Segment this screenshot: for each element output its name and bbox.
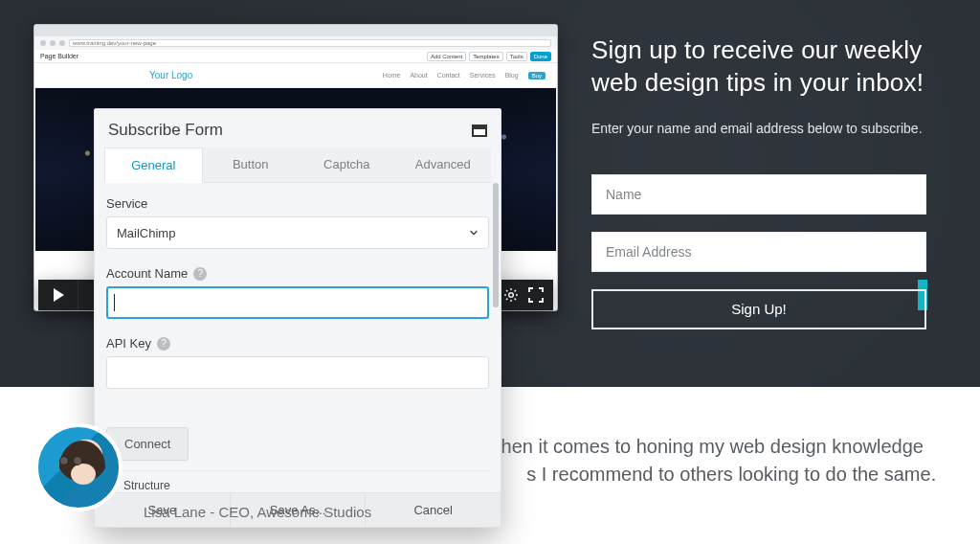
quote-line-2: s I recommend to others looking to do th… <box>526 464 936 485</box>
tab-captcha[interactable]: Captcha <box>299 147 395 182</box>
svg-point-0 <box>509 293 514 298</box>
site-nav: Your Logo Home About Contact Services Bl… <box>34 63 557 88</box>
avatar <box>34 423 122 511</box>
testimonial-quote: XXXXXXXXXXXXXXXXXXXXXXXXXXXXhen it comes… <box>144 433 942 488</box>
modal-scrollbar[interactable] <box>493 183 499 307</box>
page-builder-label: Page Builder <box>40 53 78 59</box>
signup-button-label: Sign Up! <box>731 301 787 317</box>
api-key-label: API Key <box>106 336 151 351</box>
tab-general[interactable]: General <box>104 147 203 183</box>
testimonial-cite: Lisa Lane - CEO, Awesome Studios <box>144 504 942 520</box>
toolbar-add-content[interactable]: Add Content <box>427 52 466 61</box>
tab-advanced[interactable]: Advanced <box>395 147 492 182</box>
modal-tabs: General Button Captcha Advanced <box>104 147 491 183</box>
service-value: MailChimp <box>117 226 175 240</box>
nav-about[interactable]: About <box>410 72 427 79</box>
testimonial: XXXXXXXXXXXXXXXXXXXXXXXXXXXXhen it comes… <box>144 433 942 520</box>
settings-icon[interactable] <box>503 287 519 303</box>
browser-url: www.training.dev/your-new-page <box>69 39 551 47</box>
nav-services[interactable]: Services <box>470 72 496 79</box>
toolbar-done[interactable]: Done <box>530 52 551 61</box>
tab-button[interactable]: Button <box>203 147 300 182</box>
browser-tab-strip <box>34 25 557 36</box>
window-icon[interactable] <box>472 125 487 137</box>
email-placeholder: Email Address <box>606 244 691 260</box>
signup-button[interactable]: Sign Up! <box>591 289 926 329</box>
nav-contact[interactable]: Contact <box>437 72 460 79</box>
help-icon[interactable]: ? <box>193 267 207 281</box>
page-builder-toolbar: Page Builder Add Content Templates Tools… <box>34 50 557 63</box>
chevron-down-icon <box>469 228 479 238</box>
service-select[interactable]: MailChimp <box>106 216 489 249</box>
help-icon[interactable]: ? <box>157 337 170 351</box>
site-logo[interactable]: Your Logo <box>149 70 192 80</box>
nav-home[interactable]: Home <box>383 72 401 79</box>
api-key-input[interactable] <box>106 356 489 389</box>
quote-line-1: hen it comes to honing my web design kno… <box>501 436 924 457</box>
avatar-glasses <box>59 456 94 465</box>
nav-blog[interactable]: Blog <box>505 72 519 79</box>
fullscreen-icon[interactable] <box>528 287 544 303</box>
browser-address-bar: www.training.dev/your-new-page <box>34 36 557 50</box>
account-name-label: Account Name <box>106 266 188 281</box>
modal-title: Subscribe Form <box>108 121 223 140</box>
service-label: Service <box>106 196 489 211</box>
toolbar-tools[interactable]: Tools <box>506 52 527 61</box>
signup-heading: Sign up to receive our weekly web design… <box>591 34 936 100</box>
play-icon <box>51 287 66 303</box>
name-field[interactable]: Name <box>591 174 926 215</box>
signup-subtext: Enter your name and email address below … <box>591 121 936 136</box>
toolbar-templates[interactable]: Templates <box>469 52 502 61</box>
account-name-input[interactable] <box>106 286 489 319</box>
play-button[interactable] <box>38 280 78 310</box>
signup-panel: Sign up to receive our weekly web design… <box>591 34 936 329</box>
name-placeholder: Name <box>606 187 641 202</box>
nav-buy[interactable]: Buy <box>528 72 546 79</box>
email-field[interactable]: Email Address <box>591 232 926 272</box>
